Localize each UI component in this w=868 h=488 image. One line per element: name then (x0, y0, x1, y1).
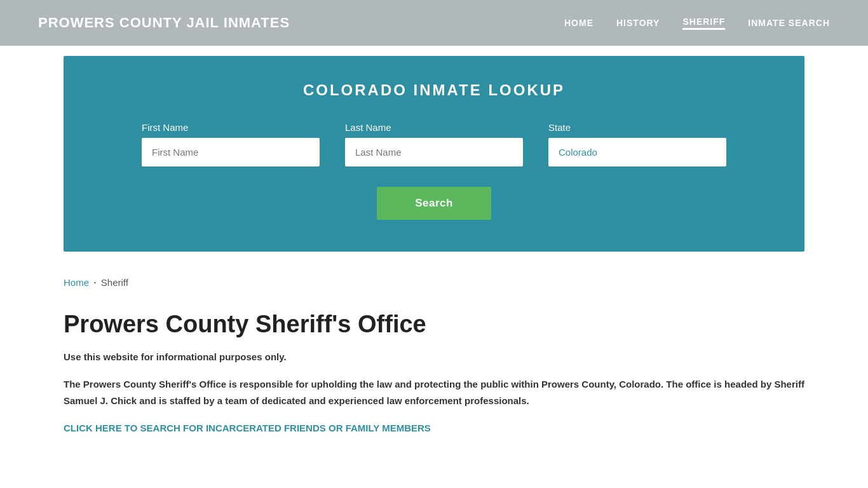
main-nav: HOME HISTORY SHERIFF INMATE SEARCH (564, 17, 830, 30)
cta-link[interactable]: CLICK HERE to Search for Incarcerated Fr… (64, 423, 431, 433)
nav-item-sheriff[interactable]: SHERIFF (682, 17, 725, 30)
search-button-row: Search (102, 187, 766, 220)
lookup-title: COLORADO INMATE LOOKUP (102, 81, 766, 99)
breadcrumb-home-link[interactable]: Home (64, 277, 89, 288)
main-content: Home • Sheriff Prowers County Sheriff's … (0, 252, 868, 459)
last-name-label: Last Name (345, 122, 523, 133)
first-name-field-group: First Name (142, 122, 320, 166)
first-name-label: First Name (142, 122, 320, 133)
state-field-group: State (548, 122, 726, 166)
breadcrumb: Home • Sheriff (64, 277, 804, 288)
nav-item-history[interactable]: HISTORY (616, 18, 660, 28)
first-name-input[interactable] (142, 138, 320, 166)
search-button[interactable]: Search (377, 187, 491, 220)
body-paragraph: The Prowers County Sheriff's Office is r… (64, 376, 804, 409)
page-title: Prowers County Sheriff's Office (64, 311, 804, 338)
header-underline (0, 46, 868, 56)
state-input[interactable] (548, 138, 726, 166)
inmate-lookup-panel: COLORADO INMATE LOOKUP First Name Last N… (64, 56, 804, 252)
last-name-input[interactable] (345, 138, 523, 166)
search-fields-row: First Name Last Name State (102, 122, 766, 166)
nav-item-inmate-search[interactable]: INMATE SEARCH (748, 18, 830, 28)
site-header: PROWERS COUNTY JAIL INMATES HOME HISTORY… (0, 0, 868, 46)
nav-item-home[interactable]: HOME (564, 18, 593, 28)
breadcrumb-separator: • (94, 280, 96, 285)
last-name-field-group: Last Name (345, 122, 523, 166)
page-subtitle: Use this website for informational purpo… (64, 349, 804, 365)
state-label: State (548, 122, 726, 133)
breadcrumb-current: Sheriff (101, 277, 128, 288)
site-title: PROWERS COUNTY JAIL INMATES (38, 15, 290, 31)
